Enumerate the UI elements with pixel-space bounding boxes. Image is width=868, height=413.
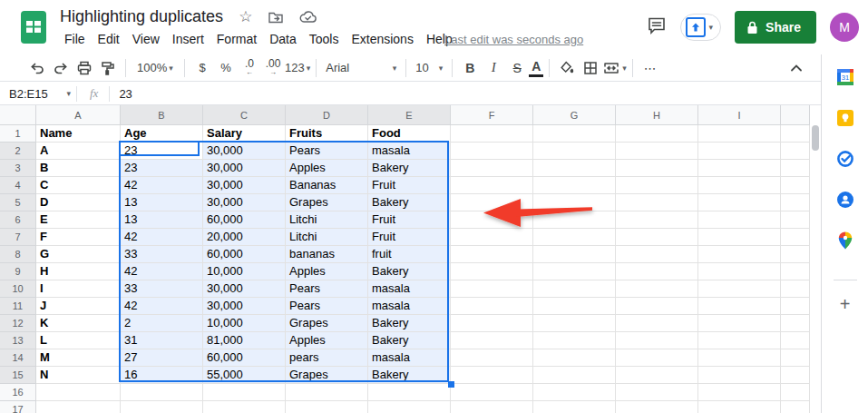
cell-G11[interactable] [533,298,616,315]
cell-H11[interactable] [616,298,698,315]
cell-G5[interactable] [533,194,616,211]
cell-I1[interactable] [698,125,781,143]
cell-X4[interactable] [781,177,810,194]
cell-C6[interactable]: 60,000 [203,211,286,229]
cell-C8[interactable]: 60,000 [203,246,286,263]
cell-D12[interactable]: Grapes [286,315,368,332]
cell-E5[interactable]: Bakery [368,194,451,211]
name-box[interactable]: B2:E15▾ [0,87,76,101]
cell-G1[interactable] [533,125,616,143]
row-header-9[interactable]: 9 [0,263,36,280]
cell-H7[interactable] [616,229,698,246]
cell-F7[interactable] [451,229,533,246]
google-tasks-icon[interactable] [836,150,854,168]
cell-C1[interactable]: Salary [203,125,286,143]
decrease-decimal-button[interactable]: .0← [238,57,261,79]
cell-A4[interactable]: C [36,177,121,194]
cell-X12[interactable] [781,315,810,332]
cell-F16[interactable] [451,384,533,401]
cell-A13[interactable]: L [36,332,121,349]
formula-input[interactable]: 23 [109,86,132,102]
cell-I8[interactable] [698,246,781,263]
cell-D11[interactable]: Pears [286,298,368,315]
row-header-3[interactable]: 3 [0,160,36,177]
row-header-8[interactable]: 8 [0,246,36,263]
cell-A2[interactable]: A [36,143,121,160]
menu-tools[interactable]: Tools [303,30,346,48]
cell-A1[interactable]: Name [36,125,121,143]
cell-A14[interactable]: M [36,349,121,367]
cell-D9[interactable]: Apples [286,263,368,280]
row-header-13[interactable]: 13 [0,332,36,349]
cell-B16[interactable] [121,384,203,401]
paint-format-button[interactable] [96,57,120,79]
row-header-11[interactable]: 11 [0,298,36,315]
move-to-folder-icon[interactable] [268,9,284,25]
bold-button[interactable]: B [458,57,482,79]
column-header-partial[interactable] [781,105,810,125]
cell-H8[interactable] [616,246,698,263]
cell-G3[interactable] [533,160,616,177]
format-currency-button[interactable]: $ [190,57,214,79]
font-size-select[interactable]: 10▾ [412,57,446,79]
document-title[interactable]: Highlighting duplicates [60,7,223,26]
cell-D8[interactable]: bananas [286,246,368,263]
cell-H15[interactable] [616,367,698,384]
cell-X8[interactable] [781,246,810,263]
cell-I15[interactable] [698,367,781,384]
cell-D4[interactable]: Bananas [286,177,368,194]
italic-button[interactable]: I [482,57,505,79]
cell-I7[interactable] [698,229,781,246]
cell-I9[interactable] [698,263,781,280]
cell-C14[interactable]: 60,000 [203,349,286,367]
cell-D14[interactable]: pears [286,349,368,367]
cell-B17[interactable] [121,401,203,413]
cell-D1[interactable]: Fruits [286,125,368,143]
cell-C12[interactable]: 10,000 [203,315,286,332]
cell-D7[interactable]: Litchi [286,229,368,246]
cell-A6[interactable]: E [36,211,121,229]
fill-handle[interactable] [448,381,454,388]
get-add-ons-button[interactable]: + [840,295,851,313]
cell-G2[interactable] [533,143,616,160]
cell-B14[interactable]: 27 [121,349,203,367]
cell-A10[interactable]: I [36,280,121,298]
google-maps-icon[interactable] [836,231,854,250]
column-header-A[interactable]: A [36,105,121,125]
cell-I6[interactable] [698,211,781,229]
cell-D2[interactable]: Pears [286,143,368,160]
star-icon[interactable]: ☆ [239,9,252,25]
cell-B13[interactable]: 31 [121,332,203,349]
cell-G14[interactable] [533,349,616,367]
cell-D3[interactable]: Apples [286,160,368,177]
cell-E16[interactable] [368,384,451,401]
vertical-scrollbar[interactable] [812,125,819,151]
cell-D17[interactable] [286,401,368,413]
cell-E6[interactable]: Fruit [368,211,451,229]
cell-F6[interactable] [451,211,533,229]
cell-F15[interactable] [451,367,533,384]
cell-I2[interactable] [698,143,781,160]
cell-F4[interactable] [451,177,533,194]
menu-file[interactable]: File [58,30,92,48]
number-format-menu[interactable]: 123▾ [285,57,310,79]
cell-F10[interactable] [451,280,533,298]
column-header-B[interactable]: B [121,105,203,125]
cell-C10[interactable]: 30,000 [203,280,286,298]
cell-B8[interactable]: 33 [121,246,203,263]
google-calendar-icon[interactable]: 31 [836,68,854,86]
cell-X13[interactable] [781,332,810,349]
cell-D6[interactable]: Litchi [286,211,368,229]
cell-B5[interactable]: 13 [121,194,203,211]
cell-E1[interactable]: Food [368,125,451,143]
cell-G17[interactable] [533,401,616,413]
cell-F2[interactable] [451,143,533,160]
cell-I10[interactable] [698,280,781,298]
cell-X14[interactable] [781,349,810,367]
row-header-10[interactable]: 10 [0,280,36,298]
cell-A9[interactable]: H [36,263,121,280]
cell-H2[interactable] [616,143,698,160]
format-percent-button[interactable]: % [214,57,238,79]
cell-A7[interactable]: F [36,229,121,246]
cell-H17[interactable] [616,401,698,413]
